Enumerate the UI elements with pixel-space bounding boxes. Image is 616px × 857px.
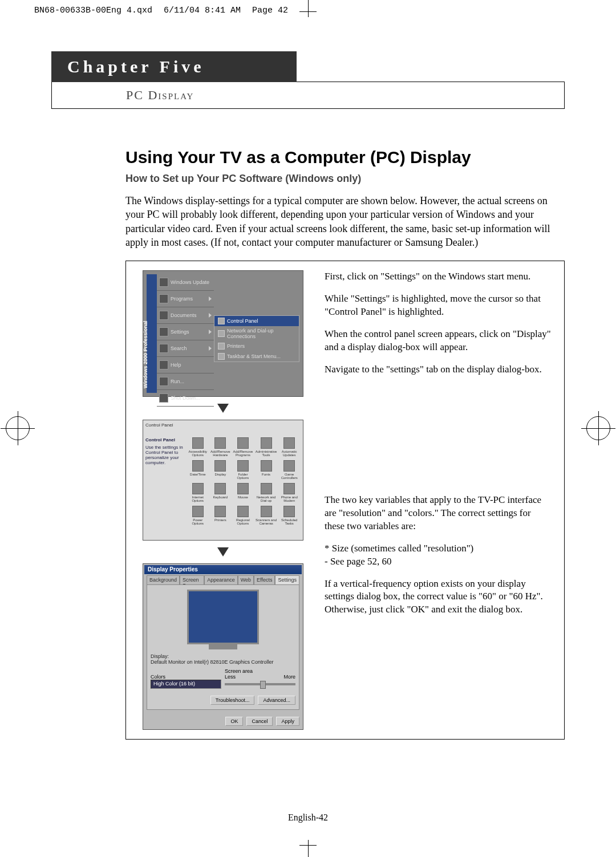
manual-page: BN68-00633B-00Eng 4.qxd 6/11/04 8:41 AM … <box>0 0 616 857</box>
control-panel-glyph-icon <box>261 437 272 449</box>
control-panel-icon[interactable]: Scanners and Cameras <box>256 506 277 525</box>
control-panel-glyph-icon <box>214 483 226 494</box>
shutdown-icon <box>159 393 168 403</box>
screenshot-display-properties: Display Properties BackgroundScreen Save… <box>143 563 303 730</box>
control-panel-icon-label: Game Controllers <box>279 473 299 480</box>
submenu-item-printers[interactable]: Printers <box>214 341 299 351</box>
control-panel-glyph-icon <box>214 460 226 472</box>
spacer <box>325 385 553 494</box>
page-subtitle: How to Set up Your PC Software (Windows … <box>125 173 565 185</box>
start-menu-item-help[interactable]: Help <box>157 357 214 373</box>
control-panel-glyph-icon <box>283 483 295 494</box>
control-panel-icon[interactable]: Power Options <box>188 506 208 525</box>
submenu-item-taskbar[interactable]: Taskbar & Start Menu... <box>214 351 299 362</box>
start-menu-item-windows-update[interactable]: Windows Update <box>157 274 214 291</box>
screen-area-more-label: More <box>283 674 295 680</box>
control-panel-glyph-icon <box>261 460 272 472</box>
print-header: BN68-00633B-00Eng 4.qxd 6/11/04 8:41 AM … <box>34 6 582 15</box>
control-panel-icon-label: Mouse <box>238 495 248 499</box>
control-panel-icon[interactable]: Keyboard <box>210 483 231 502</box>
screenshot-start-menu: Windows 2000 Professional Windows Update… <box>143 270 303 397</box>
ok-button[interactable]: OK <box>225 717 243 726</box>
control-panel-icon[interactable]: Internet Options <box>188 483 208 502</box>
start-menu-item-documents[interactable]: Documents <box>157 307 214 324</box>
instruction-step: The two key variables that apply to the … <box>325 494 553 533</box>
display-properties-titlebar: Display Properties <box>144 565 302 574</box>
windows-update-icon <box>159 278 168 287</box>
menu-label: Help <box>171 362 181 368</box>
screen-area-less-label: Less <box>225 674 236 680</box>
run-icon <box>159 377 168 386</box>
control-panel-sidebar: Control Panel Use the settings in Contro… <box>145 437 184 465</box>
control-panel-glyph-icon <box>283 460 295 472</box>
control-panel-icon-label: Network and Dial-up <box>256 495 277 502</box>
control-panel-sidebar-title: Control Panel <box>145 437 184 442</box>
control-panel-icon[interactable]: Mouse <box>233 483 253 502</box>
control-panel-icon[interactable]: Administrative Tools <box>256 437 277 457</box>
control-panel-icon[interactable]: Folder Options <box>233 460 253 480</box>
control-panel-icon-label: Date/Time <box>190 473 205 476</box>
submenu-label: Network and Dial-up Connections <box>227 328 295 339</box>
control-panel-icon-label: Phone and Modem <box>279 495 299 502</box>
instruction-step: If a vertical-frequency option exists on… <box>325 578 553 617</box>
control-panel-glyph-icon <box>283 437 295 449</box>
control-panel-icon-label: Printers <box>214 518 226 522</box>
control-panel-glyph-icon <box>192 460 204 472</box>
printers-icon <box>218 343 225 350</box>
colors-dropdown[interactable]: High Color (16 bit) <box>151 680 221 689</box>
monitor-preview-icon <box>187 590 259 644</box>
control-panel-window-title: Control Panel <box>145 423 173 428</box>
start-menu-item-run[interactable]: Run... <box>157 373 214 390</box>
control-panel-icon-grid: Accessibility OptionsAdd/Remove Hardware… <box>188 437 299 525</box>
cancel-button[interactable]: Cancel <box>246 717 273 726</box>
chevron-right-icon <box>209 330 212 334</box>
control-panel-icon[interactable]: Add/Remove Hardware <box>210 437 231 457</box>
control-panel-icon-label: Power Options <box>188 518 208 525</box>
control-panel-icon-label: Scheduled Tasks <box>279 518 299 525</box>
start-menu-item-search[interactable]: Search <box>157 340 214 357</box>
apply-button[interactable]: Apply <box>276 717 299 726</box>
control-panel-icon[interactable]: Accessibility Options <box>188 437 208 457</box>
advanced-button[interactable]: Advanced... <box>258 696 295 705</box>
control-panel-icon[interactable]: Network and Dial-up <box>256 483 277 502</box>
start-menu-item-programs[interactable]: Programs <box>157 291 214 307</box>
control-panel-icon[interactable]: Add/Remove Programs <box>233 437 253 457</box>
chapter-label: Chapter Five <box>51 51 297 82</box>
control-panel-icon[interactable]: Automatic Updates <box>279 437 299 457</box>
control-panel-icon-label: Regional Options <box>233 518 253 525</box>
control-panel-icon-label: Administrative Tools <box>256 450 277 457</box>
menu-label: Run... <box>171 379 184 384</box>
control-panel-glyph-icon <box>237 460 249 472</box>
chevron-right-icon <box>209 297 212 301</box>
control-panel-icon[interactable]: Scheduled Tasks <box>279 506 299 525</box>
resolution-slider[interactable] <box>225 683 295 685</box>
control-panel-icon[interactable]: Game Controllers <box>279 460 299 480</box>
help-icon <box>159 360 168 369</box>
colors-group: Colors High Color (16 bit) <box>151 674 221 689</box>
control-panel-glyph-icon <box>237 506 249 517</box>
documents-icon <box>159 311 168 320</box>
menu-label: Settings <box>171 329 189 335</box>
page-title: Using Your TV as a Computer (PC) Display <box>125 148 565 167</box>
menu-label: Documents <box>171 312 197 318</box>
control-panel-icon[interactable]: Display <box>210 460 231 480</box>
control-panel-icon[interactable]: Fonts <box>256 460 277 480</box>
figure-frame: Windows 2000 Professional Windows Update… <box>125 261 565 740</box>
submenu-item-network[interactable]: Network and Dial-up Connections <box>214 326 299 341</box>
start-menu-item-settings[interactable]: Settings <box>157 324 214 340</box>
submenu-item-control-panel[interactable]: Control Panel <box>214 316 299 326</box>
registration-mark-left <box>6 416 30 440</box>
start-menu-item-shutdown[interactable]: Shut Down... <box>157 390 214 407</box>
control-panel-icon[interactable]: Date/Time <box>188 460 208 480</box>
figure-screenshots-column: Windows 2000 Professional Windows Update… <box>137 270 309 730</box>
troubleshoot-button[interactable]: Troubleshoot... <box>210 696 255 705</box>
instruction-step: * Size (sometimes called "resolution") -… <box>325 542 553 568</box>
display-label-text: Display: <box>151 653 169 659</box>
control-panel-icon[interactable]: Phone and Modem <box>279 483 299 502</box>
instruction-step: While "Settings" is highlighted, move th… <box>325 293 553 319</box>
control-panel-icon[interactable]: Printers <box>210 506 231 525</box>
control-panel-icon[interactable]: Regional Options <box>233 506 253 525</box>
control-panel-glyph-icon <box>192 506 204 517</box>
control-panel-glyph-icon <box>214 437 226 449</box>
search-icon <box>159 344 168 353</box>
